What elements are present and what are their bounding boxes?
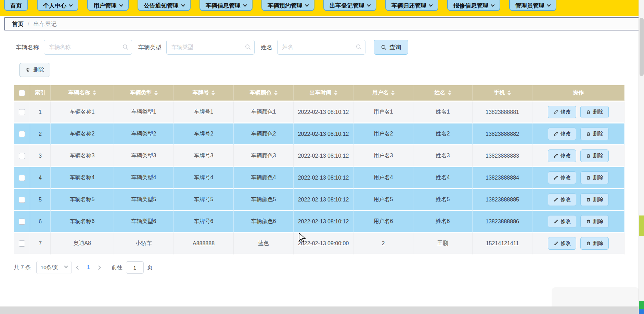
column-header-type[interactable]: 车辆类型: [114, 85, 174, 102]
breadcrumb-home[interactable]: 首页: [12, 20, 24, 28]
delete-button[interactable]: 删除: [580, 237, 609, 250]
table-row-1: 1车辆名称1车辆类型1车牌号1车辆颜色12022-02-13 08:10:12用…: [14, 102, 624, 123]
delete-button[interactable]: 删除: [580, 149, 609, 162]
edit-button[interactable]: 修改: [548, 149, 576, 162]
nav-item-6[interactable]: 车辆预约管理: [261, 0, 314, 11]
query-button[interactable]: 查询: [374, 40, 408, 55]
page-size-select[interactable]: 10条/页: [36, 261, 72, 274]
edit-button[interactable]: 修改: [548, 128, 576, 140]
delete-button[interactable]: 删除: [580, 128, 609, 140]
nav-item-8[interactable]: 车辆归还管理: [385, 0, 438, 11]
row-select-cell: [14, 233, 30, 255]
edit-button[interactable]: 修改: [548, 237, 576, 250]
nav-item-7[interactable]: 出车登记管理: [323, 0, 376, 11]
nav-item-4[interactable]: 公告通知管理: [138, 0, 191, 11]
column-header-color[interactable]: 车辆颜色: [234, 85, 294, 102]
column-header-label: 手机: [494, 89, 505, 96]
row-checkbox[interactable]: [19, 131, 25, 137]
table-header-row: 索引车辆名称车辆类型车牌号车辆颜色出车时间用户名姓名手机操作: [14, 85, 624, 102]
bulk-delete-button[interactable]: 删除: [19, 63, 50, 77]
row-checkbox[interactable]: [19, 197, 25, 203]
row-checkbox[interactable]: [19, 153, 25, 159]
chevron-down-icon: [64, 264, 68, 268]
column-header-time[interactable]: 出车时间: [294, 85, 353, 102]
sort-icon[interactable]: [391, 90, 395, 95]
scroll-marker-lime: [639, 215, 644, 236]
vehicle-name-input[interactable]: [44, 40, 132, 55]
column-header-username[interactable]: 用户名: [353, 85, 413, 102]
row-checkbox[interactable]: [19, 240, 25, 247]
edit-button-label: 修改: [561, 196, 571, 203]
nav-item-5[interactable]: 车辆信息管理: [199, 0, 253, 11]
select-all-checkbox[interactable]: [19, 90, 25, 96]
sort-icon[interactable]: [448, 90, 451, 95]
edit-button[interactable]: 修改: [548, 193, 576, 206]
breadcrumb-separator: /: [28, 21, 29, 27]
row-checkbox[interactable]: [19, 175, 25, 181]
nav-item-10[interactable]: 管理员管理: [509, 0, 556, 11]
nav-item-3[interactable]: 用户管理: [87, 0, 129, 11]
scrollbar-thumb[interactable]: [640, 18, 644, 76]
row-checkbox[interactable]: [19, 219, 25, 225]
cell-time: 2022-02-13 09:00:00: [294, 233, 353, 255]
query-button-label: 查询: [389, 43, 401, 51]
delete-button-label: 删除: [593, 131, 603, 137]
cell-phone: 13823888882: [473, 123, 532, 145]
edit-button[interactable]: 修改: [548, 215, 576, 228]
trash-icon: [586, 241, 591, 246]
column-header-name[interactable]: 车辆名称: [51, 85, 114, 102]
delete-button[interactable]: 删除: [580, 171, 609, 184]
person-name-field: [277, 40, 365, 55]
sort-icon[interactable]: [154, 90, 158, 95]
cell-index: 2: [30, 123, 51, 145]
person-name-input[interactable]: [277, 40, 365, 55]
column-header-plate[interactable]: 车牌号: [174, 85, 234, 102]
sort-icon[interactable]: [334, 90, 337, 95]
nav-item-9[interactable]: 报修信息管理: [447, 0, 500, 11]
nav-item-2[interactable]: 个人中心: [37, 0, 78, 11]
page-number-current[interactable]: 1: [83, 264, 94, 271]
cell-index: 3: [30, 145, 51, 167]
trash-icon: [586, 197, 591, 202]
edit-button[interactable]: 修改: [548, 106, 576, 118]
trash-icon: [586, 109, 591, 115]
column-header-phone[interactable]: 手机: [473, 85, 532, 102]
goto-page-input[interactable]: [126, 261, 144, 274]
chevron-down-icon: [69, 3, 73, 6]
column-header-label: 车辆颜色: [250, 89, 272, 96]
cell-index: 7: [30, 233, 51, 255]
nav-item-label: 报修信息管理: [453, 2, 488, 10]
vehicle-type-input[interactable]: [166, 40, 255, 55]
vertical-scrollbar[interactable]: [639, 0, 644, 314]
cell-type: 车辆类型3: [114, 145, 174, 167]
row-checkbox[interactable]: [19, 109, 25, 115]
cell-name: 车辆名称2: [51, 123, 114, 145]
edit-button[interactable]: 修改: [548, 171, 576, 184]
cell-index: 1: [30, 102, 51, 123]
prev-page-button[interactable]: [72, 261, 83, 274]
cell-actions: 修改删除: [532, 167, 624, 189]
edit-icon: [553, 175, 558, 180]
delete-button[interactable]: 删除: [580, 193, 609, 206]
next-page-button[interactable]: [94, 261, 105, 274]
nav-item-label: 用户管理: [93, 2, 117, 10]
cell-realname: 王鹏: [413, 233, 473, 255]
cell-name: 车辆名称3: [51, 145, 114, 167]
delete-button[interactable]: 删除: [580, 215, 609, 228]
sort-icon[interactable]: [93, 90, 96, 95]
column-header-realname[interactable]: 姓名: [413, 85, 473, 102]
cell-realname: 姓名1: [413, 102, 473, 123]
delete-button[interactable]: 删除: [580, 106, 609, 118]
column-header-index: 索引: [30, 85, 51, 102]
nav-item-1[interactable]: 首页: [4, 0, 28, 11]
cell-username: 用户名1: [353, 102, 413, 123]
window-bottom-strip: [0, 306, 639, 314]
delete-button-label: 删除: [593, 196, 603, 203]
cell-username: 2: [353, 233, 413, 255]
sort-icon[interactable]: [211, 90, 215, 95]
cell-realname: 姓名2: [413, 123, 473, 145]
chevron-down-icon: [119, 3, 123, 6]
sort-icon[interactable]: [274, 90, 278, 95]
goto-suffix: 页: [147, 264, 153, 271]
sort-icon[interactable]: [507, 90, 511, 95]
